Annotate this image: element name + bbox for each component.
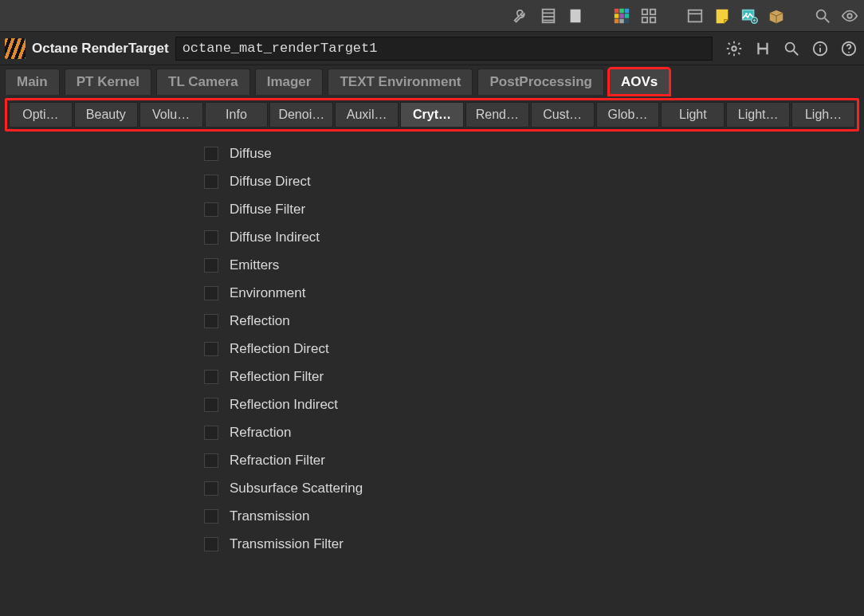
tab-postprocessing[interactable]: PostProcessing: [477, 69, 604, 95]
svg-rect-18: [689, 10, 702, 22]
checkbox-emitters[interactable]: [204, 258, 218, 273]
aov-label: Reflection: [230, 313, 290, 329]
aov-row-transmission: Transmission: [204, 502, 864, 530]
aov-label: Environment: [230, 285, 305, 301]
box-icon[interactable]: [765, 5, 787, 27]
subtab-5[interactable]: Auxil…: [335, 102, 399, 128]
svg-rect-17: [650, 17, 655, 22]
aov-row-reflection-filter: Reflection Filter: [204, 363, 864, 390]
search-small-icon[interactable]: [781, 38, 802, 59]
film-icon[interactable]: [537, 5, 560, 27]
subtab-9[interactable]: Glob…: [596, 102, 660, 128]
checkbox-reflection[interactable]: [204, 314, 218, 328]
aov-row-subsurface-scattering: Subsurface Scattering: [204, 474, 864, 502]
app-title: Octane RenderTarget: [32, 41, 169, 57]
checkbox-diffuse-filter[interactable]: [204, 202, 218, 217]
checkbox-environment[interactable]: [204, 286, 218, 300]
tab-imager[interactable]: Imager: [255, 69, 324, 95]
aov-label: Diffuse Indirect: [230, 230, 320, 245]
page-icon[interactable]: [564, 5, 587, 27]
aov-label: Transmission Filter: [230, 536, 344, 552]
svg-rect-7: [625, 8, 630, 13]
subtab-7[interactable]: Rend…: [465, 102, 529, 128]
svg-rect-13: [625, 18, 630, 22]
aov-row-reflection-direct: Reflection Direct: [204, 335, 864, 363]
aov-row-refraction: Refraction: [204, 418, 864, 446]
eye-icon[interactable]: [838, 5, 861, 27]
subtab-0[interactable]: Opti…: [9, 102, 73, 128]
grid-icon[interactable]: [638, 5, 660, 27]
checkbox-subsurface-scattering[interactable]: [204, 481, 218, 496]
aov-label: Reflection Direct: [230, 341, 329, 357]
node-path-input[interactable]: [175, 37, 713, 61]
tab-tl-camera[interactable]: TL Camera: [156, 69, 250, 95]
aov-row-diffuse-direct: Diffuse Direct: [204, 167, 864, 195]
tab-main[interactable]: Main: [5, 69, 60, 95]
aov-label: Emitters: [230, 257, 279, 273]
aov-label: Diffuse Direct: [230, 174, 311, 190]
svg-point-29: [786, 42, 795, 51]
aov-label: Diffuse: [230, 146, 272, 162]
checkbox-reflection-direct[interactable]: [204, 342, 218, 356]
tab-aovs[interactable]: AOVs: [609, 69, 670, 95]
tab-text-environment[interactable]: TEXT Environment: [328, 69, 473, 95]
subtab-6[interactable]: Cryt…: [400, 102, 464, 128]
subtab-10[interactable]: Light: [661, 102, 725, 128]
svg-point-27: [847, 14, 852, 18]
window-icon[interactable]: [684, 5, 706, 27]
aov-row-reflection-indirect: Reflection Indirect: [204, 390, 864, 418]
subtab-1[interactable]: Beauty: [74, 102, 138, 128]
checkbox-transmission-filter[interactable]: [204, 537, 218, 551]
aov-label: Subsurface Scattering: [230, 481, 363, 496]
aov-label: Transmission: [230, 508, 309, 524]
subtab-2[interactable]: Volu…: [139, 102, 203, 128]
help-icon[interactable]: [838, 38, 859, 59]
svg-rect-6: [619, 8, 624, 13]
aov-row-reflection: Reflection: [204, 307, 864, 335]
image-add-icon[interactable]: [738, 5, 760, 27]
search-icon[interactable]: [811, 5, 834, 27]
svg-rect-5: [615, 8, 619, 13]
svg-rect-11: [615, 18, 619, 22]
info-icon[interactable]: [810, 38, 831, 59]
sub-tabs: Opti…BeautyVolu…InfoDenoi…Auxil…Cryt…Ren…: [9, 102, 855, 128]
subtab-3[interactable]: Info: [205, 102, 269, 128]
svg-rect-15: [650, 9, 655, 14]
checkbox-diffuse[interactable]: [204, 147, 218, 161]
aov-checkbox-panel: DiffuseDiffuse DirectDiffuse FilterDiffu…: [0, 131, 864, 558]
checkbox-refraction-filter[interactable]: [204, 453, 218, 468]
octane-logo-icon: [5, 38, 26, 59]
tab-pt-kernel[interactable]: PT Kernel: [65, 69, 151, 95]
sub-tabs-highlight: Opti…BeautyVolu…InfoDenoi…Auxil…Cryt…Ren…: [5, 98, 859, 131]
main-tabs: MainPT KernelTL CameraImagerTEXT Environ…: [0, 65, 864, 95]
checkbox-diffuse-direct[interactable]: [204, 175, 218, 189]
svg-point-25: [817, 10, 826, 18]
checkbox-transmission[interactable]: [204, 509, 218, 524]
wrench-icon[interactable]: [510, 5, 532, 27]
aov-label: Reflection Filter: [230, 369, 324, 385]
checkbox-reflection-indirect[interactable]: [204, 398, 218, 412]
aov-label: Reflection Indirect: [230, 397, 338, 413]
h-letter-icon[interactable]: [752, 38, 773, 59]
aov-row-environment: Environment: [204, 279, 864, 307]
subtab-8[interactable]: Cust…: [531, 102, 595, 128]
svg-point-35: [848, 51, 850, 53]
note-icon[interactable]: [711, 5, 733, 27]
subtab-11[interactable]: Light…: [726, 102, 790, 128]
aov-label: Diffuse Filter: [230, 202, 305, 218]
aov-row-diffuse: Diffuse: [204, 139, 864, 167]
top-toolbar: [0, 0, 864, 32]
aov-row-transmission-filter: Transmission Filter: [204, 530, 864, 558]
aov-label: Refraction: [230, 425, 291, 441]
checkbox-diffuse-indirect[interactable]: [204, 230, 218, 245]
title-bar: Octane RenderTarget: [0, 32, 864, 65]
subtab-4[interactable]: Denoi…: [269, 102, 333, 128]
svg-rect-10: [625, 14, 630, 18]
aov-label: Refraction Filter: [230, 453, 325, 469]
color-grid-icon[interactable]: [611, 5, 633, 27]
subtab-12[interactable]: Ligh…: [791, 102, 855, 128]
svg-point-33: [819, 44, 821, 45]
checkbox-refraction[interactable]: [204, 426, 218, 440]
checkbox-reflection-filter[interactable]: [204, 370, 218, 384]
gear-icon[interactable]: [724, 38, 744, 59]
